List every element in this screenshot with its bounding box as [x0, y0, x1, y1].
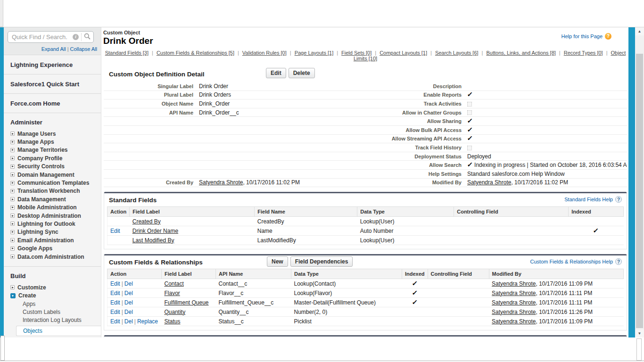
- sidebar-item-translation-workbench[interactable]: Translation Workbench: [4, 187, 101, 195]
- sidebar-item-objects-selected[interactable]: Objects: [16, 326, 101, 336]
- shortcut-link[interactable]: Record Types [0]: [564, 50, 603, 56]
- field-label-link[interactable]: Last Modified By: [132, 237, 174, 244]
- action-link-edit[interactable]: Edit: [110, 299, 120, 306]
- action-link-del[interactable]: Del: [124, 280, 133, 287]
- sidebar-item-data-com-administration[interactable]: Data.com Administration: [4, 253, 101, 261]
- quick-find-search[interactable]: i: [8, 31, 94, 43]
- shortcut-link[interactable]: Validation Rules [0]: [242, 50, 287, 56]
- action-link-edit[interactable]: Edit: [110, 309, 120, 315]
- help-orange-icon[interactable]: ?: [605, 33, 611, 40]
- field-label-link[interactable]: Created By: [132, 218, 161, 225]
- help-question-icon[interactable]: ?: [615, 258, 622, 265]
- expand-arrow-icon[interactable]: [10, 214, 15, 218]
- sidebar-item-lightning-for-outlook[interactable]: Lightning for Outlook: [4, 220, 101, 228]
- collapse-all-link[interactable]: Collapse All: [70, 46, 97, 52]
- expand-arrow-icon[interactable]: [10, 197, 15, 201]
- scroll-up-button[interactable]: ▲: [635, 27, 644, 35]
- help-page-link[interactable]: Help for this Page: [561, 33, 603, 39]
- search-input[interactable]: [12, 33, 73, 41]
- shortcut-link[interactable]: Standard Fields [3]: [105, 50, 149, 56]
- vertical-scrollbar[interactable]: ▲ ▼: [635, 27, 644, 337]
- field-label-link[interactable]: Drink Order Name: [132, 228, 178, 234]
- expand-all-link[interactable]: Expand All: [41, 46, 66, 52]
- expand-arrow-icon[interactable]: [10, 247, 15, 251]
- scrollbar-thumb[interactable]: [636, 54, 643, 328]
- shortcut-link[interactable]: Compact Layouts [1]: [380, 50, 427, 56]
- sidebar-item-customize[interactable]: Customize: [4, 283, 101, 291]
- sidebar-section-lightning-experience[interactable]: Lightning Experience: [4, 55, 101, 74]
- shortcut-link[interactable]: Buttons, Links, and Actions [8]: [486, 50, 555, 56]
- expand-arrow-icon[interactable]: [10, 255, 15, 259]
- user-link[interactable]: Satyendra Shrote: [492, 280, 536, 287]
- action-link-del[interactable]: Del: [124, 290, 133, 296]
- shortcut-link[interactable]: Custom Fields & Relationships [5]: [157, 50, 234, 56]
- sidebar-subitem-custom-labels[interactable]: Custom Labels: [4, 308, 101, 316]
- expand-arrow-icon[interactable]: [10, 285, 15, 289]
- search-icon[interactable]: [84, 33, 91, 41]
- action-link-edit[interactable]: Edit: [110, 228, 120, 234]
- expand-arrow-icon[interactable]: [10, 165, 15, 169]
- action-link-del[interactable]: Del: [124, 299, 133, 306]
- new-button[interactable]: New: [267, 256, 288, 267]
- field-label-link[interactable]: Fulfillment Queue: [165, 299, 209, 306]
- sidebar-subitem-apps[interactable]: Apps: [4, 300, 101, 308]
- field-label-link[interactable]: Flavor: [165, 290, 180, 296]
- edit-button[interactable]: Edit: [266, 68, 286, 78]
- expand-arrow-icon[interactable]: [10, 181, 15, 185]
- expand-arrow-icon[interactable]: [10, 173, 15, 177]
- sidebar-item-desktop-administration[interactable]: Desktop Administration: [4, 212, 101, 220]
- user-link[interactable]: Satyendra Shrote: [492, 318, 536, 325]
- expand-arrow-icon[interactable]: [10, 156, 15, 160]
- user-link[interactable]: Satyendra Shrote: [492, 299, 536, 306]
- expand-arrow-icon[interactable]: [10, 189, 15, 193]
- sidebar-item-manage-apps[interactable]: Manage Apps: [4, 138, 101, 146]
- sidebar-item-mobile-administration[interactable]: Mobile Administration: [4, 204, 101, 212]
- action-link-edit[interactable]: Edit: [110, 290, 120, 296]
- user-link[interactable]: Satyendra Shrote: [492, 309, 536, 315]
- sidebar-item-email-administration[interactable]: Email Administration: [4, 236, 101, 244]
- expand-arrow-icon[interactable]: [10, 140, 15, 144]
- sidebar-subitem-interaction-log-layouts[interactable]: Interaction Log Layouts: [4, 316, 101, 324]
- expand-arrow-icon[interactable]: [10, 132, 15, 136]
- sidebar-section-force-com-home[interactable]: Force.com Home: [4, 94, 101, 113]
- action-link-del[interactable]: Del: [124, 309, 133, 315]
- scroll-down-button[interactable]: ▼: [635, 329, 644, 337]
- sidebar-item-company-profile[interactable]: Company Profile: [4, 154, 101, 162]
- sidebar-item-lightning-sync[interactable]: Lightning Sync: [4, 228, 101, 236]
- custom-fields-help-link[interactable]: Custom Fields & Relationships Help: [530, 259, 613, 264]
- sidebar-item-manage-users[interactable]: Manage Users: [4, 130, 101, 138]
- checked-icon: ✓: [467, 118, 473, 123]
- sidebar-section-salesforce1-quick-start[interactable]: Salesforce1 Quick Start: [4, 74, 101, 94]
- sidebar-item-data-management[interactable]: Data Management: [4, 195, 101, 203]
- user-link[interactable]: Satyendra Shrote: [199, 179, 243, 186]
- field-dependencies-button[interactable]: Field Dependencies: [290, 256, 353, 267]
- action-link-edit[interactable]: Edit: [110, 318, 120, 325]
- action-link-edit[interactable]: Edit: [110, 280, 120, 287]
- sidebar-item-google-apps[interactable]: Google Apps: [4, 244, 101, 252]
- sidebar-item-security-controls[interactable]: Security Controls: [4, 163, 101, 171]
- sidebar-item-manage-territories[interactable]: Manage Territories: [4, 146, 101, 154]
- shortcut-link[interactable]: Page Layouts [1]: [295, 50, 334, 56]
- expand-arrow-icon[interactable]: [10, 238, 15, 242]
- info-icon[interactable]: i: [73, 34, 79, 40]
- sidebar-item-create[interactable]: Create: [4, 292, 101, 300]
- expand-arrow-icon[interactable]: [10, 206, 15, 210]
- field-label-link[interactable]: Status: [165, 318, 181, 325]
- collapse-arrow-icon[interactable]: [10, 293, 16, 298]
- standard-fields-help-link[interactable]: Standard Fields Help: [564, 197, 613, 202]
- expand-arrow-icon[interactable]: [10, 222, 15, 226]
- shortcut-link[interactable]: Field Sets [0]: [341, 50, 372, 56]
- field-label-link[interactable]: Quantity: [165, 309, 186, 315]
- action-link-del[interactable]: Del: [124, 318, 133, 325]
- sidebar-item-communication-templates[interactable]: Communication Templates: [4, 179, 101, 187]
- delete-button[interactable]: Delete: [289, 68, 315, 78]
- expand-arrow-icon[interactable]: [10, 148, 15, 152]
- field-label-link[interactable]: Contact: [165, 280, 184, 287]
- sidebar-item-domain-management[interactable]: Domain Management: [4, 171, 101, 179]
- shortcut-link[interactable]: Search Layouts [6]: [435, 50, 479, 56]
- action-link-replace[interactable]: Replace: [137, 318, 158, 325]
- help-question-icon[interactable]: ?: [615, 196, 622, 203]
- user-link[interactable]: Satyendra Shrote: [492, 290, 536, 296]
- expand-arrow-icon[interactable]: [10, 230, 15, 234]
- user-link[interactable]: Satyendra Shrote: [467, 179, 511, 186]
